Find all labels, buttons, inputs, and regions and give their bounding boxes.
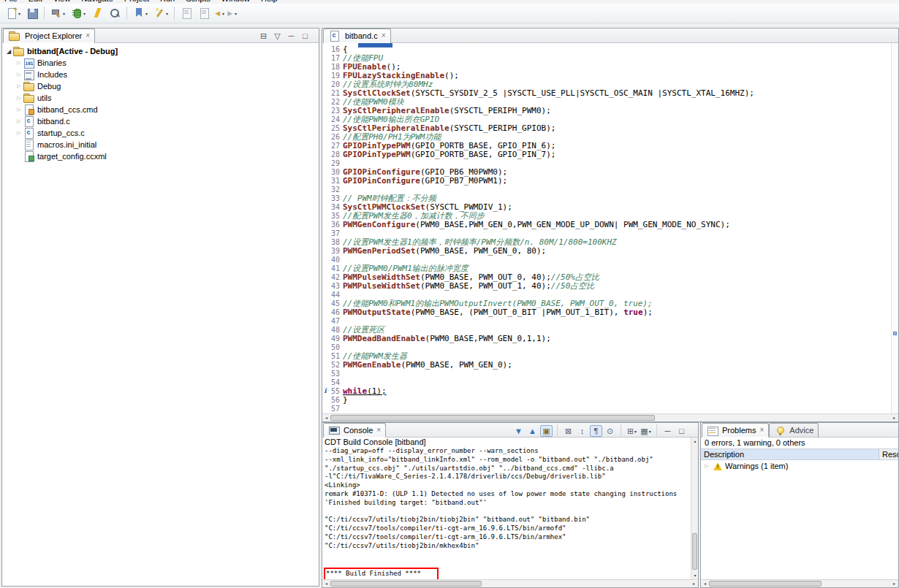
activate-on-output-button[interactable]: ▣ (540, 425, 553, 437)
expander-icon[interactable]: ▷ (15, 130, 23, 136)
flash-button[interactable] (89, 5, 105, 21)
expander-icon[interactable]: ▷ (15, 72, 23, 77)
tree-item-startup_ccs.c[interactable]: ▷startup_ccs.c (2, 127, 319, 139)
console-vscrollbar[interactable]: ▴ ▾ (691, 438, 698, 579)
dropdown-arrow-icon: ▾ (63, 11, 65, 16)
scroll-up-icon[interactable]: ▴ (691, 438, 698, 445)
build-button[interactable]: ▾ (48, 5, 67, 21)
annotation-ruler-cell (322, 273, 328, 282)
minimize-icon: ─ (289, 32, 295, 40)
close-icon[interactable] (376, 427, 381, 434)
forward-button[interactable]: ►▾ (225, 7, 238, 19)
open-console-button[interactable]: ⊞▾ (626, 425, 638, 437)
code-text: PWMGenEnable(PWM0_BASE, PWM_GEN_0); (343, 361, 512, 370)
column-header-resource[interactable]: Resource (879, 449, 898, 459)
code-line-57: 57 (322, 405, 891, 413)
expander-icon[interactable]: ▷ (703, 463, 710, 469)
code-line-49: 49PWMDeadBandEnable(PWM0_BASE,PWM_GEN_0,… (322, 335, 891, 343)
tree-item-target_config.ccxml[interactable]: target_config.ccxml (2, 150, 319, 162)
tab-console[interactable]: Console (323, 423, 386, 438)
line-number: 55 (328, 387, 343, 396)
expander-icon[interactable]: ◢ (5, 48, 12, 55)
next-annotation-button[interactable]: ▼ (512, 425, 525, 437)
tree-item-Includes[interactable]: ▷Includes (2, 69, 319, 80)
tree-item-bitband.c[interactable]: ▷bitband.c (2, 115, 319, 127)
code-text: PWMGenPeriodSet(PWM0_BASE, PWM_GEN_0, 80… (343, 247, 546, 256)
minimize-button[interactable]: ─ (285, 30, 297, 42)
next-document-button[interactable] (196, 5, 212, 21)
maximize-button[interactable]: □ (675, 425, 688, 437)
warning-icon (713, 462, 723, 471)
clear-console-button[interactable]: ⊠ (562, 425, 574, 437)
close-icon[interactable] (86, 32, 90, 39)
expander-icon[interactable]: ▷ (15, 118, 23, 124)
expander-icon[interactable]: ▷ (15, 83, 23, 89)
line-number: 19 (328, 72, 343, 80)
scroll-left-icon[interactable]: ◂ (701, 580, 709, 587)
annotation-ruler-cell (322, 229, 328, 238)
tree-item-utils[interactable]: ▷utils (2, 92, 319, 104)
line-number: 43 (328, 282, 343, 291)
back-button[interactable]: ◄▾ (213, 7, 225, 19)
view-menu-button[interactable]: ▽ (271, 30, 284, 42)
previous-document-button[interactable] (178, 5, 194, 21)
annotation-ruler-cell (322, 133, 328, 142)
minimize-button[interactable]: ─ (661, 425, 674, 437)
expander-icon[interactable]: ▷ (15, 107, 23, 112)
bookmark-button[interactable]: ▾ (131, 5, 150, 21)
word-wrap-button[interactable]: ¶ (590, 425, 602, 437)
maximize-button[interactable]: □ (299, 30, 311, 42)
scroll-right-icon[interactable]: ▸ (890, 580, 898, 587)
console-hscroll-thumb[interactable] (330, 581, 482, 587)
tree-item-Binaries[interactable]: ▷Binaries (2, 57, 319, 69)
c-file-icon (23, 116, 34, 126)
scroll-left-icon[interactable]: ◂ (322, 580, 330, 587)
tree-item-label: utils (37, 93, 52, 102)
tree-item-bitband[interactable]: ◢bitband [Active - Debug] (2, 45, 319, 57)
pin-console-button[interactable]: ⊙ (604, 425, 616, 437)
overview-ruler[interactable] (891, 43, 898, 413)
line-number: 37 (328, 229, 343, 238)
console-output[interactable]: --diag_wrap=off --display_error_number -… (322, 447, 691, 579)
expander-icon[interactable]: ▷ (15, 95, 23, 101)
problems-hscrollbar[interactable]: ◂ ▸ (701, 579, 898, 587)
console-hscrollbar[interactable]: ◂ ▸ (322, 579, 698, 587)
sash-explorer-editor[interactable] (319, 28, 322, 587)
collapse-all-button[interactable]: ⊟ (257, 30, 270, 42)
save-icon (26, 7, 38, 19)
overview-info-marker[interactable] (893, 332, 897, 335)
editor-hscroll-thumb[interactable] (330, 415, 655, 421)
new-button[interactable]: ▾ (4, 5, 23, 21)
tree-item-bitband_ccs.cmd[interactable]: ▷bitband_ccs.cmd (2, 104, 319, 115)
problems-row-Warnings-1-item-[interactable]: ▷Warnings (1 item) (701, 460, 898, 472)
scroll-down-icon[interactable]: ▾ (691, 572, 698, 579)
previous-annotation-button[interactable]: ▲ (526, 425, 539, 437)
tab-advice[interactable]: Advice (769, 423, 819, 438)
expander-icon[interactable]: ▷ (15, 60, 23, 66)
close-icon[interactable] (759, 427, 764, 434)
console-body: CDT Build Console [bitband] --diag_wrap=… (322, 438, 698, 587)
debug-button[interactable]: ▾ (69, 5, 88, 21)
problems-hscroll-thumb[interactable] (709, 581, 822, 587)
scroll-right-icon[interactable]: ▸ (690, 580, 698, 587)
code-editor[interactable]: 16{17//使能FPU18FPUEnable();19FPULazyStack… (322, 43, 891, 413)
console-hscroll-track[interactable] (330, 580, 690, 588)
highlight-button[interactable]: ▾ (151, 5, 170, 21)
back-icon: ◄ (213, 9, 221, 18)
column-header-description[interactable]: Description (701, 449, 879, 459)
tree-item-Debug[interactable]: ▷Debug (2, 80, 319, 92)
tree-item-macros.ini_initial[interactable]: macros.ini_initial (2, 139, 319, 150)
search-button[interactable] (107, 5, 123, 21)
line-number: 48 (328, 326, 343, 335)
tab-bitband-c[interactable]: bitband.c (323, 28, 391, 43)
problems-hscroll-track[interactable] (709, 580, 890, 588)
save-button[interactable] (24, 5, 40, 21)
console-vscroll-thumb[interactable] (692, 533, 697, 570)
scroll-lock-button[interactable]: ↕ (576, 425, 588, 437)
close-icon[interactable] (382, 32, 386, 39)
tab-problems[interactable]: Problems (702, 423, 769, 438)
display-selected-console-button[interactable]: ▦▾ (640, 425, 652, 437)
tab-project-explorer[interactable]: Project Explorer (3, 28, 95, 43)
sash-editor-console[interactable] (322, 421, 899, 422)
sash-console-problems[interactable] (699, 422, 700, 588)
